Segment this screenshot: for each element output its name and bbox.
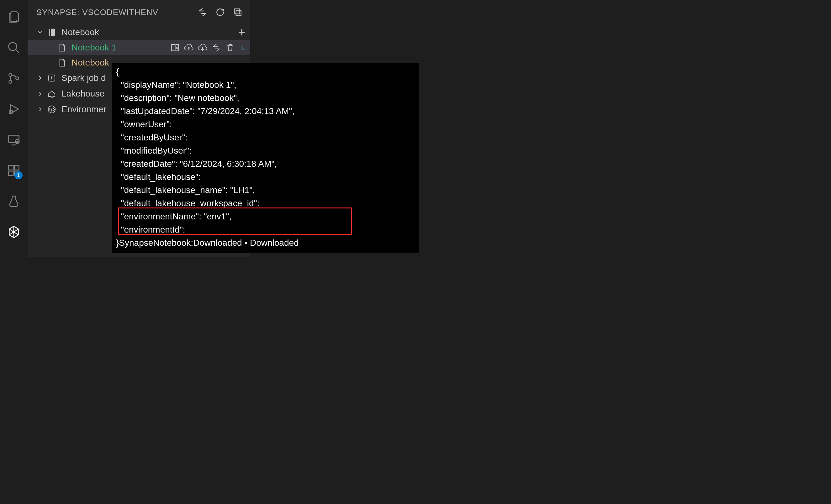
- svg-point-17: [176, 47, 178, 49]
- svg-point-1: [9, 73, 11, 76]
- svg-rect-7: [9, 166, 13, 170]
- panel-title: SYNAPSE: VSCODEWITHENV: [36, 7, 191, 17]
- tooltip-line: "createdDate": "6/12/2024, 6:30:18 AM",: [116, 157, 413, 171]
- tooltip-line: "default_lakehouse_name": "LH1",: [116, 184, 413, 197]
- tooltip-line: "environmentId":: [116, 223, 413, 236]
- tooltip-line: "default_lakehouse":: [116, 171, 413, 184]
- tooltip-line: }SynapseNotebook:Downloaded • Downloaded: [116, 236, 413, 249]
- search-icon[interactable]: [6, 40, 21, 55]
- chevron-right-icon: [36, 73, 45, 83]
- sparkjob-icon: [47, 73, 57, 83]
- source-control-icon[interactable]: [6, 71, 21, 86]
- chevron-down-icon: [36, 28, 45, 37]
- tooltip-line: {: [116, 65, 413, 78]
- tree-item-label: Notebook 1: [71, 42, 170, 53]
- tooltip-line: "lastUpdatedDate": "7/29/2024, 2:04:13 A…: [116, 105, 413, 118]
- synapse-icon[interactable]: [6, 225, 21, 239]
- environment-icon: [47, 104, 57, 115]
- svg-rect-13: [49, 29, 55, 36]
- activity-bar: 1: [0, 0, 28, 504]
- extensions-badge: 1: [15, 171, 23, 179]
- notebook-icon: [47, 27, 57, 38]
- open-layout-icon[interactable]: [170, 42, 180, 53]
- tooltip-line: "displayName": "Notebook 1",: [116, 78, 413, 91]
- panel-header: SYNAPSE: VSCODEWITHENV: [28, 0, 250, 25]
- tooltip-line: "default_lakehouse_workspace_id":: [116, 197, 413, 210]
- svg-rect-12: [236, 11, 241, 16]
- section-label: Notebook: [61, 27, 236, 37]
- svg-rect-10: [15, 166, 19, 170]
- explorer-icon[interactable]: [6, 9, 21, 25]
- file-icon: [56, 42, 67, 53]
- tree-section-notebook[interactable]: Notebook: [28, 25, 250, 40]
- indent-guide: [68, 69, 68, 104]
- row-actions: [170, 42, 235, 53]
- tooltip-line: "createdByUser":: [116, 131, 413, 144]
- panel-sync-icon[interactable]: [196, 6, 209, 19]
- tree-item-notebook-1[interactable]: Notebook 1 L: [28, 40, 250, 55]
- lakehouse-icon: [47, 88, 57, 99]
- cloud-download-icon[interactable]: [197, 42, 208, 53]
- chevron-right-icon: [36, 89, 45, 98]
- svg-rect-14: [50, 29, 51, 36]
- add-notebook-button[interactable]: [236, 26, 248, 38]
- svg-rect-11: [234, 9, 239, 14]
- svg-point-2: [9, 80, 11, 83]
- svg-rect-8: [9, 171, 13, 176]
- tooltip-line: "modifiedByUser":: [116, 144, 413, 157]
- cloud-upload-icon[interactable]: [183, 42, 194, 53]
- testing-icon[interactable]: [6, 194, 21, 209]
- tooltip-line: "ownerUser":: [116, 118, 413, 131]
- chevron-right-icon: [36, 105, 45, 114]
- extensions-icon[interactable]: 1: [6, 163, 21, 178]
- svg-point-3: [16, 77, 19, 80]
- status-letter: L: [241, 43, 245, 52]
- trash-icon[interactable]: [225, 42, 235, 53]
- run-debug-icon[interactable]: [6, 101, 21, 117]
- remote-explorer-icon[interactable]: [6, 132, 21, 147]
- svg-rect-15: [171, 45, 175, 51]
- panel-refresh-icon[interactable]: [214, 6, 226, 19]
- file-icon: [56, 57, 67, 68]
- tooltip-line: "environmentName": "env1",: [116, 210, 413, 223]
- panel-collapse-icon[interactable]: [231, 6, 244, 19]
- sync-arrows-icon[interactable]: [211, 42, 222, 53]
- tooltip-line: "description": "New notebook",: [116, 91, 413, 105]
- hover-tooltip: { "displayName": "Notebook 1", "descript…: [112, 63, 419, 253]
- svg-point-0: [9, 42, 17, 51]
